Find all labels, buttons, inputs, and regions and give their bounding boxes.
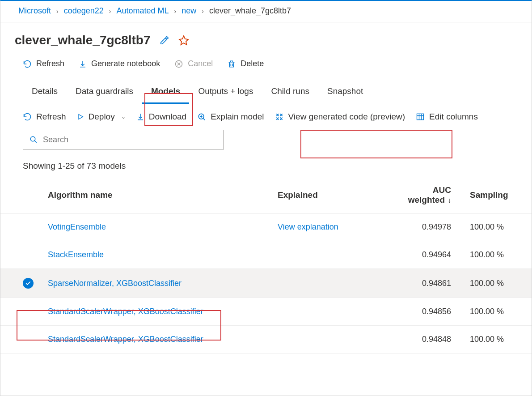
- generate-label: Generate notebook: [91, 59, 160, 68]
- explain-model-button[interactable]: Explain model: [197, 112, 264, 122]
- delete-button[interactable]: Delete: [227, 59, 264, 68]
- edit-columns-button[interactable]: Edit columns: [416, 112, 478, 122]
- algorithm-link[interactable]: StandardScalerWrapper, XGBoostClassifier: [48, 335, 203, 344]
- cancel-label: Cancel: [188, 59, 213, 68]
- editcols-label: Edit columns: [429, 112, 478, 122]
- cancel-button: Cancel: [174, 59, 213, 68]
- download-label: Download: [149, 112, 187, 122]
- sort-desc-icon: ↓: [448, 196, 451, 204]
- table-row[interactable]: StandardScalerWrapper, XGBoostClassifier…: [0, 298, 532, 326]
- refresh-label: Refresh: [36, 59, 64, 68]
- explain-label: Explain model: [211, 112, 264, 122]
- download-button[interactable]: Download: [136, 112, 187, 122]
- tab-details[interactable]: Details: [23, 84, 67, 104]
- table-row[interactable]: StackEnsemble0.94964100.00 %: [0, 241, 532, 269]
- main-toolbar: Refresh Generate notebook Cancel Delete: [0, 52, 532, 77]
- page-title: clever_whale_7gc8ltb7: [15, 33, 151, 47]
- refresh-models-button[interactable]: Refresh: [23, 112, 66, 122]
- search-input-wrapper[interactable]: [23, 130, 224, 149]
- breadcrumb-link[interactable]: Microsoft: [18, 6, 51, 16]
- chevron-right-icon: ›: [202, 8, 204, 15]
- deploy-button[interactable]: Deploy ⌄: [77, 112, 126, 122]
- tab-models[interactable]: Models: [142, 84, 189, 104]
- col-sampling[interactable]: Sampling: [464, 177, 532, 213]
- tab-childruns[interactable]: Child runs: [262, 84, 318, 104]
- explanation-link[interactable]: View explanation: [278, 222, 338, 231]
- algorithm-link[interactable]: StackEnsemble: [48, 250, 104, 259]
- breadcrumb-current: clever_whale_7gc8ltb7: [209, 6, 291, 16]
- sampling-value: 100.00 %: [464, 241, 532, 269]
- tabs: Details Data guardrails Models Outputs +…: [0, 77, 532, 104]
- tab-snapshot[interactable]: Snapshot: [318, 84, 372, 104]
- delete-label: Delete: [241, 59, 264, 68]
- tab-outputs[interactable]: Outputs + logs: [189, 84, 262, 104]
- auc-value: 0.94964: [388, 241, 464, 269]
- svg-point-3: [30, 136, 35, 141]
- deploy-label: Deploy: [89, 112, 115, 122]
- star-icon[interactable]: [178, 35, 189, 46]
- search-input[interactable]: [42, 135, 217, 145]
- table-row[interactable]: VotingEnsembleView explanation0.94978100…: [0, 213, 532, 241]
- breadcrumb: Microsoft › codegen22 › Automated ML › n…: [0, 1, 532, 22]
- algorithm-link[interactable]: StandardScalerWrapper, XGBoostClassifier: [48, 307, 203, 316]
- checkmark-icon: [23, 278, 34, 289]
- view-generated-code-button[interactable]: View generated code (preview): [275, 112, 405, 122]
- models-table: Algorithm name Explained AUC weighted↓ S…: [0, 177, 532, 353]
- generate-notebook-button[interactable]: Generate notebook: [79, 59, 160, 68]
- algorithm-link[interactable]: SparseNormalizer, XGBoostClassifier: [48, 279, 182, 288]
- chevron-right-icon: ›: [109, 8, 111, 15]
- table-row[interactable]: SparseNormalizer, XGBoostClassifier0.948…: [0, 269, 532, 298]
- chevron-right-icon: ›: [174, 8, 177, 15]
- refresh-models-label: Refresh: [36, 112, 66, 122]
- breadcrumb-link[interactable]: Automated ML: [116, 6, 169, 16]
- svg-rect-2: [417, 114, 424, 119]
- breadcrumb-link[interactable]: codegen22: [64, 6, 104, 16]
- table-row[interactable]: StandardScalerWrapper, XGBoostClassifier…: [0, 326, 532, 353]
- col-auc[interactable]: AUC weighted↓: [388, 177, 464, 213]
- search-icon: [30, 136, 38, 144]
- sampling-value: 100.00 %: [464, 269, 532, 298]
- auc-value: 0.94978: [388, 213, 464, 241]
- chevron-right-icon: ›: [56, 8, 59, 15]
- auc-value: 0.94848: [388, 326, 464, 353]
- results-count: Showing 1-25 of 73 models: [0, 154, 532, 177]
- tab-guardrails[interactable]: Data guardrails: [67, 84, 142, 104]
- breadcrumb-link[interactable]: new: [182, 6, 196, 16]
- algorithm-link[interactable]: VotingEnsemble: [48, 222, 106, 231]
- sampling-value: 100.00 %: [464, 298, 532, 326]
- col-algorithm[interactable]: Algorithm name: [41, 177, 272, 213]
- models-toolbar: Refresh Deploy ⌄ Download Explain model …: [0, 104, 532, 125]
- sampling-value: 100.00 %: [464, 326, 532, 353]
- refresh-button[interactable]: Refresh: [23, 59, 64, 68]
- chevron-down-icon: ⌄: [121, 114, 126, 120]
- sampling-value: 100.00 %: [464, 213, 532, 241]
- col-explained[interactable]: Explained: [272, 177, 388, 213]
- auc-value: 0.94856: [388, 298, 464, 326]
- auc-value: 0.94861: [388, 269, 464, 298]
- viewcode-label: View generated code (preview): [288, 112, 405, 122]
- edit-icon[interactable]: [160, 35, 169, 45]
